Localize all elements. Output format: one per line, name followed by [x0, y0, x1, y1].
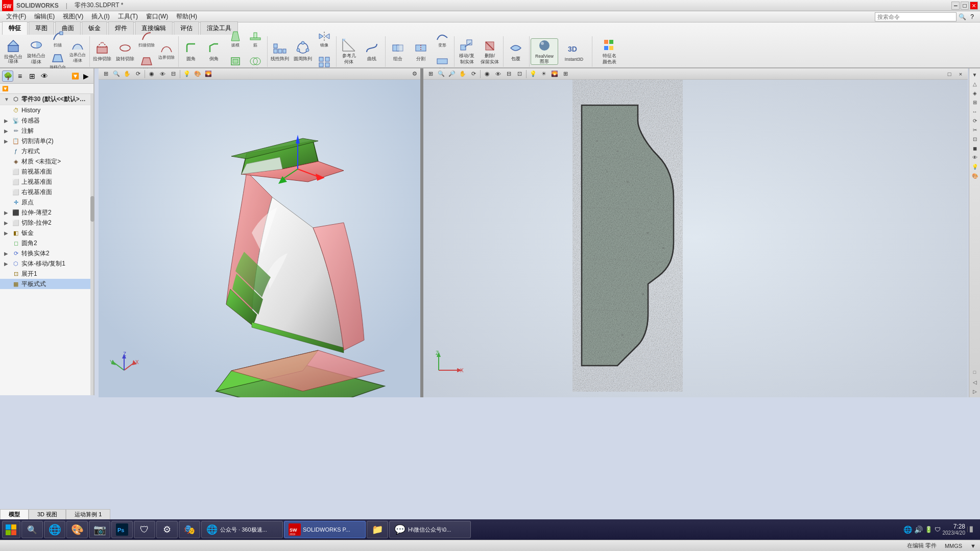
rst-icon3[interactable]: ◈	[971, 89, 979, 97]
menu-file[interactable]: 文件(F)	[2, 11, 30, 22]
tree-item-sensors[interactable]: ▶ 📡 传感器	[0, 115, 93, 126]
tab-motion[interactable]: 运动算例 1	[66, 509, 110, 519]
rst-expand2[interactable]: ▷	[971, 387, 979, 395]
taskbar-app-photo[interactable]: 📷	[89, 521, 110, 538]
btn-extrude-cut[interactable]: 拉伸切除	[91, 38, 113, 65]
rst-icon11[interactable]: 💡	[971, 162, 979, 171]
vt-scene-icon[interactable]: 🌄	[203, 69, 213, 79]
rvt-close-icon[interactable]: ×	[955, 69, 966, 79]
rvt-live-section-icon[interactable]: ⊡	[514, 69, 524, 79]
tab-3dview[interactable]: 3D 视图	[29, 509, 66, 519]
config-manager-icon[interactable]: ⊞	[27, 70, 38, 82]
btn-circular-pattern[interactable]: 圆周阵列	[292, 38, 314, 65]
taskbar-app-ps[interactable]: Ps	[111, 521, 133, 538]
tree-item-history[interactable]: ⏱ History	[0, 105, 93, 115]
tree-item-annotations[interactable]: ▶ ✏ 注解	[0, 126, 93, 136]
expand-icon[interactable]: ▶	[80, 70, 91, 82]
rst-icon7[interactable]: ✂	[971, 126, 979, 134]
btn-chamfer[interactable]: 倒角	[203, 38, 225, 65]
btn-boundary-boss[interactable]: 边界凸台/基体	[68, 39, 87, 64]
btn-curves[interactable]: 曲线	[361, 38, 383, 65]
menu-window[interactable]: 窗口(W)	[142, 11, 172, 22]
rvt-hide-icon[interactable]: 👁	[493, 69, 503, 79]
menu-tools[interactable]: 工具(T)	[114, 11, 142, 22]
tree-item-origin[interactable]: ✛ 原点	[0, 197, 93, 207]
rvt-pan-icon[interactable]: ✋	[458, 69, 468, 79]
tree-item-convert2[interactable]: ▶ ⟳ 转换实体2	[0, 248, 93, 258]
btn-instant3d[interactable]: 3D Instant3D	[560, 38, 588, 65]
taskbar-app-extra1[interactable]: ⚙	[156, 521, 178, 538]
btn-draft[interactable]: 拔模	[226, 27, 245, 52]
tree-item-equations[interactable]: ƒ 方程式	[0, 146, 93, 156]
tab-features[interactable]: 特征	[2, 21, 28, 35]
tree-item-extrude-thin2[interactable]: ▶ ⬛ 拉伸-薄壁2	[0, 207, 93, 218]
tree-item-top-plane[interactable]: ⬜ 上视基准面	[0, 177, 93, 187]
tree-item-flat-pattern[interactable]: ▦ 平板式式	[0, 279, 93, 289]
btn-linear-pattern[interactable]: 线性阵列	[269, 38, 291, 65]
system-clock[interactable]: 7:28 2023/4/20	[943, 523, 966, 536]
rvt-maximize-icon[interactable]: □	[944, 69, 954, 79]
rst-icon5[interactable]: ↔	[971, 107, 979, 115]
tree-item-material[interactable]: ◈ 材质 <未指定>	[0, 156, 93, 166]
tree-item-cutlist[interactable]: ▶ 📋 切割清单(2)	[0, 136, 93, 146]
help-icon[interactable]: ?	[968, 13, 976, 20]
viewport-left[interactable]: X Y Z	[99, 80, 422, 397]
taskbar-solidworks[interactable]: SW2019 SOLIDWORKS P...	[284, 521, 366, 538]
display-manager-icon[interactable]: 👁	[39, 70, 50, 82]
taskbar-explorer[interactable]: 📁	[367, 521, 388, 538]
rst-icon2[interactable]: △	[971, 80, 979, 88]
btn-extrude-boss[interactable]: 拉伸凸台/基体	[2, 38, 25, 65]
menu-view[interactable]: 视图(V)	[59, 11, 87, 22]
status-units[interactable]: MMGS	[945, 543, 962, 549]
tree-item-sheetmetal[interactable]: ▶ ◧ 钣金	[0, 228, 93, 238]
rvt-scene-icon[interactable]: 🌄	[549, 69, 560, 79]
vt-rotate-icon[interactable]: ⟳	[133, 69, 143, 79]
filter-icon[interactable]: 🔽	[71, 73, 79, 80]
tree-item-fillet2[interactable]: ◻ 圆角2	[0, 238, 93, 248]
rst-icon6[interactable]: ⟳	[971, 116, 979, 125]
vt-display-mode-icon[interactable]: ◉	[147, 69, 157, 79]
taskbar-start[interactable]	[2, 521, 20, 538]
btn-sweep-cut[interactable]: 扫描切除	[137, 27, 156, 52]
menu-help[interactable]: 帮助(H)	[172, 11, 201, 22]
status-units-dropdown[interactable]: ▼	[970, 543, 976, 549]
minimize-button[interactable]: −	[951, 2, 960, 10]
btn-realview[interactable]: RealView图形	[531, 38, 558, 65]
vt-zoom-icon[interactable]: 🔍	[111, 69, 122, 79]
btn-reference-geometry[interactable]: 参考几何体	[338, 38, 360, 65]
tray-show-desktop[interactable]: ▊	[967, 526, 974, 532]
btn-delete-body[interactable]: 删除/保留实体	[479, 38, 501, 65]
rvt-display-icon[interactable]: ◉	[482, 69, 492, 79]
btn-move-copy[interactable]: 移动/复制实体	[456, 38, 478, 65]
rvt-zoom-icon[interactable]: 🔍	[436, 69, 446, 79]
tab-sheetmetal[interactable]: 钣金	[82, 21, 107, 35]
maximize-button[interactable]: □	[961, 2, 969, 10]
tray-antivirus[interactable]: 🛡	[935, 526, 941, 533]
close-button[interactable]: ×	[970, 2, 978, 10]
rvt-light-icon[interactable]: 💡	[528, 69, 538, 79]
rst-icon9[interactable]: ◼	[971, 144, 979, 152]
btn-fillet[interactable]: 圆角	[180, 38, 202, 65]
taskbar-app-wechat[interactable]: 💬 H\微信公众号\0...	[389, 521, 471, 538]
scrollbar-thumb[interactable]	[90, 196, 94, 222]
rvt-zoom2-icon[interactable]: 🔎	[447, 69, 457, 79]
btn-boundary-cut[interactable]: 边界切除	[157, 39, 176, 64]
vt-view-icon[interactable]: 👁	[157, 69, 168, 79]
taskbar-app-browser[interactable]: 🌐	[44, 521, 65, 538]
btn-apply-color[interactable]: 特征名颜色表	[595, 38, 623, 65]
vt-settings-icon[interactable]: ⚙	[410, 69, 420, 79]
tree-item-move-copy1[interactable]: ▶ ⬡ 实体-移动/复制1	[0, 258, 93, 269]
vt-appearance-icon[interactable]: 🎨	[193, 69, 203, 79]
taskbar-edge[interactable]: 🌐 公众号 · 360极速...	[201, 521, 283, 538]
rst-icon1[interactable]: ▼	[971, 70, 979, 79]
rst-icon12[interactable]: 🎨	[971, 172, 979, 180]
rst-expand[interactable]: ◁	[971, 378, 979, 386]
vt-section-icon[interactable]: ⊟	[168, 69, 178, 79]
btn-split[interactable]: 分割	[410, 38, 432, 65]
feature-tree-icon[interactable]: 🌳	[2, 70, 13, 82]
tab-weldment[interactable]: 焊件	[108, 21, 134, 35]
vt-pan-icon[interactable]: ✋	[122, 69, 132, 79]
left-panel-scrollbar[interactable]	[90, 94, 94, 395]
rst-icon4[interactable]: ⊞	[971, 98, 979, 106]
btn-revolve-cut[interactable]: 旋转切除	[114, 38, 136, 65]
